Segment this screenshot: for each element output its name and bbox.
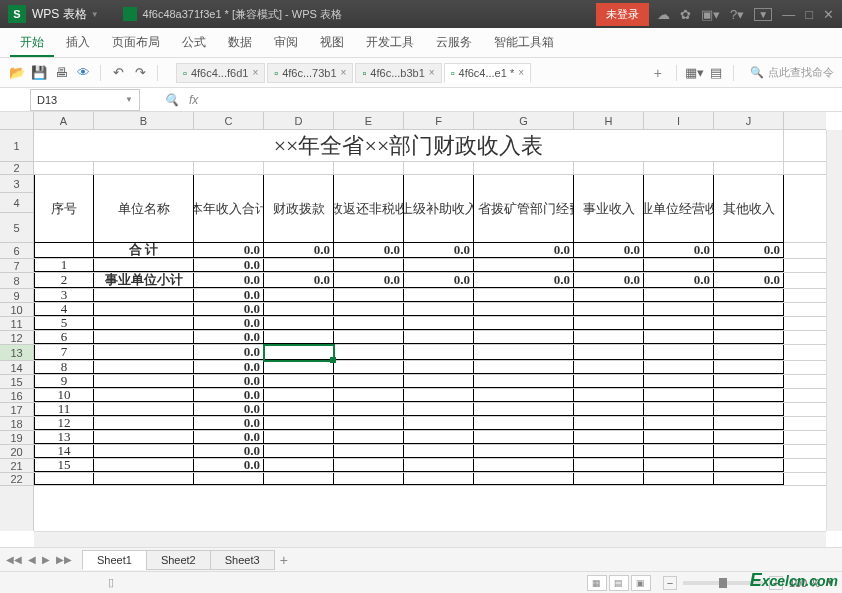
- zoom-out-button[interactable]: −: [663, 576, 677, 590]
- cell[interactable]: [404, 303, 474, 316]
- cell[interactable]: 0.0: [574, 273, 644, 288]
- menu-审阅[interactable]: 审阅: [264, 28, 308, 57]
- row-header-17[interactable]: 17: [0, 403, 33, 417]
- cell[interactable]: [474, 445, 574, 458]
- cell[interactable]: [404, 162, 474, 174]
- cell[interactable]: [474, 459, 574, 472]
- row-header-14[interactable]: 14: [0, 361, 33, 375]
- cell[interactable]: [714, 317, 784, 330]
- cell[interactable]: 0.0: [474, 243, 574, 258]
- col-header-J[interactable]: J: [714, 112, 784, 129]
- help-icon[interactable]: ?▾: [730, 7, 744, 22]
- doc-tab-close-icon[interactable]: ×: [252, 67, 258, 78]
- app-dropdown-icon[interactable]: ▼: [91, 10, 99, 19]
- cell[interactable]: 0.0: [194, 289, 264, 302]
- cell[interactable]: [264, 403, 334, 416]
- cell[interactable]: 0.0: [264, 273, 334, 288]
- cell[interactable]: [714, 459, 784, 472]
- cell[interactable]: [94, 389, 194, 402]
- cell[interactable]: [264, 289, 334, 302]
- sheet-nav-next-icon[interactable]: ▶: [40, 554, 52, 565]
- cell[interactable]: [714, 331, 784, 344]
- cell[interactable]: [644, 303, 714, 316]
- cell[interactable]: 0.0: [404, 243, 474, 258]
- cell[interactable]: [264, 375, 334, 388]
- cell[interactable]: [34, 243, 94, 258]
- add-tab-button[interactable]: +: [648, 63, 668, 83]
- cell[interactable]: 0.0: [194, 459, 264, 472]
- cell[interactable]: 7: [34, 345, 94, 360]
- cell[interactable]: [334, 459, 404, 472]
- row-header-4[interactable]: 4: [0, 193, 33, 213]
- menu-智能工具箱[interactable]: 智能工具箱: [484, 28, 564, 57]
- cell[interactable]: [264, 162, 334, 174]
- cell[interactable]: [404, 417, 474, 430]
- search-input[interactable]: 点此查找命令: [768, 65, 834, 80]
- cell[interactable]: [644, 361, 714, 374]
- cell[interactable]: [404, 289, 474, 302]
- cell[interactable]: [334, 403, 404, 416]
- cell[interactable]: [574, 259, 644, 272]
- cell[interactable]: [474, 259, 574, 272]
- cell[interactable]: [474, 431, 574, 444]
- cell[interactable]: [474, 317, 574, 330]
- cell[interactable]: [714, 375, 784, 388]
- namebox-dropdown-icon[interactable]: ▼: [125, 95, 133, 104]
- cell[interactable]: [644, 375, 714, 388]
- doc-tab[interactable]: ▫4f6c4...f6d1×: [176, 63, 265, 83]
- row-header-15[interactable]: 15: [0, 375, 33, 389]
- cell[interactable]: [264, 445, 334, 458]
- cell[interactable]: [404, 431, 474, 444]
- menu-数据[interactable]: 数据: [218, 28, 262, 57]
- cell[interactable]: [574, 345, 644, 360]
- cell[interactable]: [334, 389, 404, 402]
- cell[interactable]: [644, 331, 714, 344]
- cell[interactable]: 4: [34, 303, 94, 316]
- cell[interactable]: [574, 331, 644, 344]
- cell[interactable]: [94, 473, 194, 485]
- cell[interactable]: [574, 361, 644, 374]
- row-header-9[interactable]: 9: [0, 289, 33, 303]
- row-header-10[interactable]: 10: [0, 303, 33, 317]
- cell[interactable]: [334, 303, 404, 316]
- cell[interactable]: 财政拨款: [264, 175, 334, 243]
- cell[interactable]: 0.0: [644, 243, 714, 258]
- fx-label[interactable]: fx: [189, 93, 198, 107]
- cell[interactable]: [644, 417, 714, 430]
- cell[interactable]: [94, 431, 194, 444]
- cell[interactable]: 0.0: [264, 243, 334, 258]
- cell[interactable]: [264, 331, 334, 344]
- cell[interactable]: [404, 389, 474, 402]
- cell[interactable]: [264, 317, 334, 330]
- cell[interactable]: [334, 289, 404, 302]
- cell[interactable]: [714, 431, 784, 444]
- col-header-D[interactable]: D: [264, 112, 334, 129]
- col-header-A[interactable]: A: [34, 112, 94, 129]
- cell[interactable]: 事业单位小计: [94, 273, 194, 288]
- row-header-16[interactable]: 16: [0, 389, 33, 403]
- cell[interactable]: [474, 403, 574, 416]
- cell[interactable]: [94, 162, 194, 174]
- select-all-corner[interactable]: [0, 112, 34, 130]
- row-header-22[interactable]: 22: [0, 473, 33, 486]
- cell[interactable]: 0.0: [194, 345, 264, 360]
- cell[interactable]: [644, 289, 714, 302]
- cell[interactable]: 0.0: [474, 273, 574, 288]
- row-header-13[interactable]: 13: [0, 345, 33, 361]
- cell[interactable]: [574, 317, 644, 330]
- cell[interactable]: 10: [34, 389, 94, 402]
- row-header-2[interactable]: 2: [0, 162, 33, 175]
- cell[interactable]: [94, 317, 194, 330]
- cell[interactable]: [404, 317, 474, 330]
- skin-icon[interactable]: ▣▾: [701, 7, 720, 22]
- cell[interactable]: [94, 417, 194, 430]
- row-header-5[interactable]: 5: [0, 213, 33, 243]
- cell[interactable]: [194, 162, 264, 174]
- cell[interactable]: [404, 375, 474, 388]
- cell[interactable]: [644, 162, 714, 174]
- doc-map-icon[interactable]: ▯: [108, 576, 114, 589]
- cell[interactable]: 0.0: [194, 445, 264, 458]
- cell[interactable]: [714, 361, 784, 374]
- doc-tab-close-icon[interactable]: ×: [341, 67, 347, 78]
- cell[interactable]: [264, 473, 334, 485]
